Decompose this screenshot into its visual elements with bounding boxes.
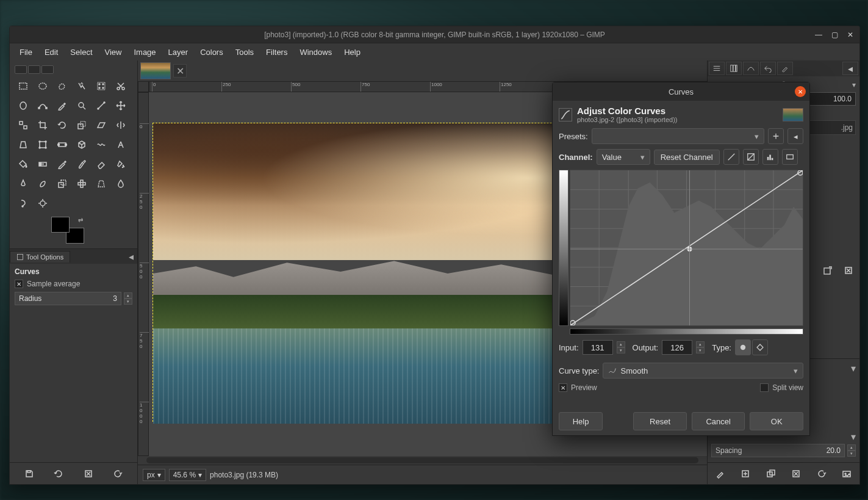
reset-button[interactable]: Reset: [633, 412, 687, 430]
fuzzy-select-tool[interactable]: [73, 78, 90, 95]
tool-options-tab[interactable]: Tool Options: [10, 251, 70, 263]
configure-tab-icon[interactable]: ◂: [842, 62, 858, 75]
warp-tool[interactable]: [93, 136, 110, 153]
pencil-tool[interactable]: [54, 156, 71, 173]
toolbox-handle[interactable]: [28, 65, 40, 74]
menu-file[interactable]: File: [13, 45, 38, 59]
ok-button[interactable]: OK: [750, 412, 803, 430]
scale-tool[interactable]: [73, 117, 90, 134]
menu-select[interactable]: Select: [64, 45, 98, 59]
mypaint-brush-tool[interactable]: [34, 175, 51, 192]
point-type-corner-button[interactable]: [752, 339, 768, 355]
undo-tab-icon[interactable]: [760, 62, 776, 75]
input-value[interactable]: 131: [583, 340, 613, 355]
presets-select[interactable]: ▾: [592, 128, 764, 144]
rect-select-tool[interactable]: [15, 78, 32, 95]
flip-tool[interactable]: [112, 117, 129, 134]
delete-preset-icon[interactable]: [81, 466, 96, 481]
by-color-select-tool[interactable]: [93, 78, 110, 95]
histogram-luminance-button[interactable]: [782, 149, 798, 165]
reset-preset-icon[interactable]: [110, 466, 125, 481]
unified-transform-tool[interactable]: [34, 136, 51, 153]
eraser-tool[interactable]: [93, 156, 110, 173]
ink-tool[interactable]: [15, 175, 32, 192]
crop-tool[interactable]: [34, 117, 51, 134]
radius-input[interactable]: Radius 3: [15, 292, 121, 305]
close-button[interactable]: ✕: [845, 29, 856, 40]
smudge-tool[interactable]: [15, 195, 32, 212]
refresh-brush-icon[interactable]: [814, 466, 829, 481]
spacing-input[interactable]: Spacing 20.0: [711, 444, 845, 457]
menu-filters[interactable]: Filters: [260, 45, 293, 59]
paintbrush-tool[interactable]: [73, 156, 90, 173]
menu-colors[interactable]: Colors: [194, 45, 229, 59]
restore-preset-icon[interactable]: [51, 466, 66, 481]
color-picker-tool[interactable]: [54, 97, 71, 114]
radius-stepper[interactable]: ▴▾: [124, 292, 132, 305]
dialog-titlebar[interactable]: Curves ✕: [553, 82, 809, 101]
duplicate-brush-icon[interactable]: [764, 466, 778, 481]
clone-tool[interactable]: [54, 175, 71, 192]
fg-bg-swatch[interactable]: ⇄: [51, 217, 84, 244]
menu-windows[interactable]: Windows: [293, 45, 338, 59]
cancel-button[interactable]: Cancel: [692, 412, 745, 430]
handle-transform-tool[interactable]: [54, 136, 71, 153]
new-brush-icon[interactable]: [738, 466, 753, 481]
perspective-tool[interactable]: [15, 136, 32, 153]
add-preset-button[interactable]: [768, 128, 784, 144]
blur-tool[interactable]: [112, 175, 129, 192]
menu-view[interactable]: View: [99, 45, 128, 59]
patterns-tab-icon[interactable]: [726, 62, 742, 75]
input-stepper[interactable]: ▴▾: [617, 341, 625, 353]
output-stepper[interactable]: ▴▾: [696, 341, 705, 353]
fg-color[interactable]: [51, 217, 70, 233]
output-value[interactable]: 126: [662, 340, 692, 355]
open-as-image-icon[interactable]: [839, 466, 854, 481]
sample-average-checkbox[interactable]: ✕: [15, 280, 23, 288]
image-tab-close-icon[interactable]: ✕: [173, 64, 187, 78]
toolbox-handle[interactable]: [15, 65, 27, 74]
edit-brush-icon[interactable]: [713, 466, 728, 481]
splitview-checkbox[interactable]: [760, 383, 769, 392]
point-type-smooth-button[interactable]: [735, 339, 751, 355]
configure-tab-icon[interactable]: ◂: [125, 250, 137, 263]
vertical-ruler[interactable]: 0 2 5 0 5 0 0 7 5 0 1 0 0 0: [138, 92, 149, 456]
spacing-stepper[interactable]: ▴▾: [847, 444, 856, 457]
horizontal-scrollbar[interactable]: [138, 456, 707, 465]
histogram-channel-button[interactable]: [762, 149, 778, 165]
dropdown-icon[interactable]: ▾: [851, 431, 856, 443]
menu-edit[interactable]: Edit: [38, 45, 64, 59]
preset-menu-button[interactable]: ◂: [787, 128, 803, 144]
scissors-tool[interactable]: [112, 78, 129, 95]
measure-tool[interactable]: [93, 97, 110, 114]
toolbox-handle[interactable]: [41, 65, 54, 74]
foreground-select-tool[interactable]: [15, 97, 32, 114]
dropdown-icon[interactable]: ▾: [851, 363, 856, 374]
curvetype-select[interactable]: Smooth▾: [603, 363, 803, 379]
image-tab-thumb[interactable]: [140, 62, 171, 79]
layer-new-icon[interactable]: [820, 263, 835, 278]
perspective-clone-tool[interactable]: [93, 175, 110, 192]
menu-tools[interactable]: Tools: [229, 45, 260, 59]
align-tool[interactable]: [15, 117, 32, 134]
gradient-tool[interactable]: [34, 156, 51, 173]
menu-help[interactable]: Help: [338, 45, 367, 59]
log-histogram-button[interactable]: [743, 149, 759, 165]
unit-select[interactable]: px▾: [143, 469, 165, 481]
rotate-tool[interactable]: [54, 117, 71, 134]
linear-histogram-button[interactable]: [723, 149, 739, 165]
brushes-tab-icon[interactable]: [709, 62, 725, 75]
gradients-tab-icon[interactable]: [743, 62, 759, 75]
text-tool[interactable]: [112, 136, 129, 153]
preview-checkbox[interactable]: ✕: [559, 383, 567, 392]
heal-tool[interactable]: [73, 175, 90, 192]
help-button[interactable]: Help: [559, 412, 603, 430]
menu-layer[interactable]: Layer: [162, 45, 195, 59]
ruler-corner[interactable]: [138, 81, 149, 92]
channel-select[interactable]: Value▾: [597, 149, 650, 165]
dialog-close-button[interactable]: ✕: [795, 86, 806, 97]
zoom-tool[interactable]: [73, 97, 90, 114]
paint-tab-icon[interactable]: [777, 62, 793, 75]
bucket-fill-tool[interactable]: [15, 156, 32, 173]
minimize-button[interactable]: ―: [813, 29, 824, 40]
